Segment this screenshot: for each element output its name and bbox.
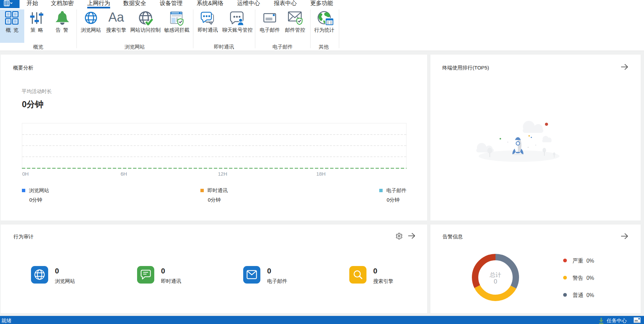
svg-text:0: 0 xyxy=(494,278,497,285)
svg-text:总计: 总计 xyxy=(489,272,501,278)
